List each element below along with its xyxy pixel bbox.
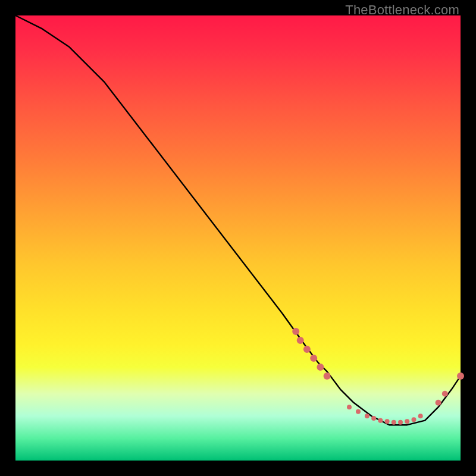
highlight-point	[303, 346, 311, 353]
highlight-point	[297, 337, 304, 344]
highlight-points	[292, 328, 464, 425]
highlight-point	[385, 419, 390, 424]
highlight-point	[347, 405, 352, 409]
highlight-point	[418, 414, 423, 418]
highlight-point	[457, 372, 464, 380]
highlight-point	[436, 400, 441, 406]
highlight-point	[412, 417, 416, 422]
highlight-point	[442, 391, 448, 397]
chart-frame	[15, 15, 461, 461]
attribution-text: TheBottleneck.com	[345, 2, 459, 18]
highlight-point	[392, 420, 396, 425]
highlight-point	[378, 418, 383, 423]
highlight-point	[398, 420, 403, 425]
highlight-point	[356, 409, 361, 414]
highlight-point	[365, 414, 369, 418]
highlight-point	[292, 328, 299, 335]
highlight-point	[324, 372, 331, 380]
highlight-point	[405, 419, 409, 424]
bottleneck-curve	[15, 15, 461, 425]
chart-overlay	[15, 15, 461, 461]
curve-path	[15, 15, 461, 425]
highlight-point	[310, 355, 317, 362]
highlight-point	[317, 364, 324, 371]
highlight-point	[371, 416, 376, 421]
